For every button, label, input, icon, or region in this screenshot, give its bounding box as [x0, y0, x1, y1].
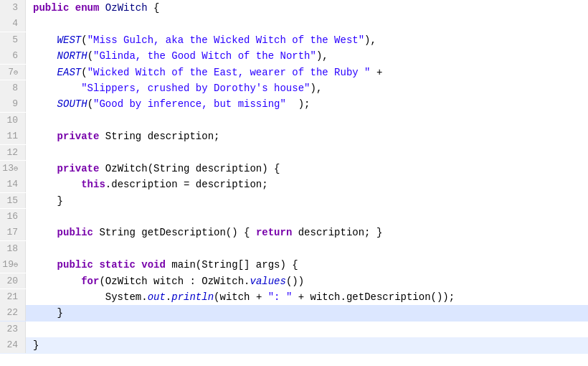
- line-number: 3: [0, 0, 26, 16]
- line-content: this.description = description;: [26, 177, 588, 192]
- code-line: 9 SOUTH("Good by inference, but missing"…: [0, 96, 588, 112]
- line-number: 5: [0, 32, 26, 48]
- line-content: }: [26, 193, 588, 209]
- line-number: 10: [0, 113, 26, 128]
- line-number: 21: [0, 289, 26, 305]
- code-line: 8 "Slippers, crushed by Dorothy's house"…: [0, 80, 588, 96]
- line-number: 12: [0, 145, 26, 161]
- line-content: [26, 241, 588, 257]
- code-line: 17 public String getDescription() { retu…: [0, 225, 588, 240]
- line-number: 9: [0, 96, 26, 112]
- line-number: 7⊖: [0, 65, 26, 80]
- code-line: 23: [0, 322, 588, 337]
- line-number: 24: [0, 337, 26, 353]
- code-line: 16: [0, 209, 588, 225]
- code-line: 3public enum OzWitch {: [0, 0, 588, 16]
- code-line: 4: [0, 16, 588, 32]
- line-content: [26, 322, 588, 337]
- line-content: public enum OzWitch {: [26, 0, 588, 16]
- line-number: 13⊖: [0, 161, 26, 177]
- line-content: }: [26, 337, 588, 353]
- code-line: 7⊖ EAST("Wicked Witch of the East, weare…: [0, 65, 588, 80]
- code-line: 11 private String description;: [0, 128, 588, 144]
- line-number: 23: [0, 322, 26, 337]
- line-number: 14: [0, 177, 26, 192]
- line-number: 8: [0, 80, 26, 96]
- code-line: 19⊖ public static void main(String[] arg…: [0, 257, 588, 273]
- line-content: private OzWitch(String description) {: [26, 161, 588, 177]
- line-content: [26, 145, 588, 161]
- line-content: System.out.println(witch + ": " + witch.…: [26, 289, 588, 305]
- line-content: public String getDescription() { return …: [26, 225, 588, 240]
- code-line: 12: [0, 145, 588, 161]
- code-line: 22 }: [0, 305, 588, 321]
- line-content: "Slippers, crushed by Dorothy's house"),: [26, 80, 588, 96]
- line-content: WEST("Miss Gulch, aka the Wicked Witch o…: [26, 32, 588, 48]
- line-number: 22: [0, 305, 26, 321]
- line-number: 20: [0, 273, 26, 289]
- line-content: }: [26, 305, 588, 321]
- line-content: public static void main(String[] args) {: [26, 257, 588, 273]
- code-editor: 3public enum OzWitch {4 5 WEST("Miss Gul…: [0, 0, 588, 366]
- line-number: 17: [0, 225, 26, 240]
- line-number: 18: [0, 241, 26, 257]
- code-line: 20 for(OzWitch witch : OzWitch.values()): [0, 273, 588, 289]
- line-number: 15: [0, 193, 26, 209]
- code-line: 18: [0, 241, 588, 257]
- line-content: for(OzWitch witch : OzWitch.values()): [26, 273, 588, 289]
- line-content: NORTH("Glinda, the Good Witch of the Nor…: [26, 48, 588, 64]
- code-line: 14 this.description = description;: [0, 177, 588, 192]
- line-content: [26, 16, 588, 32]
- code-line: 15 }: [0, 193, 588, 209]
- line-content: SOUTH("Good by inference, but missing" )…: [26, 96, 588, 112]
- code-line: 5 WEST("Miss Gulch, aka the Wicked Witch…: [0, 32, 588, 48]
- code-line: 10: [0, 113, 588, 128]
- line-number: 4: [0, 16, 26, 32]
- line-content: [26, 113, 588, 128]
- line-content: private String description;: [26, 128, 588, 144]
- line-number: 16: [0, 209, 26, 225]
- line-number: 6: [0, 48, 26, 64]
- code-line: 21 System.out.println(witch + ": " + wit…: [0, 289, 588, 305]
- line-content: [26, 209, 588, 225]
- line-number: 19⊖: [0, 257, 26, 273]
- code-line: 13⊖ private OzWitch(String description) …: [0, 161, 588, 177]
- code-line: 24}: [0, 337, 588, 353]
- code-line: 6 NORTH("Glinda, the Good Witch of the N…: [0, 48, 588, 64]
- line-number: 11: [0, 128, 26, 144]
- line-content: EAST("Wicked Witch of the East, wearer o…: [26, 65, 588, 80]
